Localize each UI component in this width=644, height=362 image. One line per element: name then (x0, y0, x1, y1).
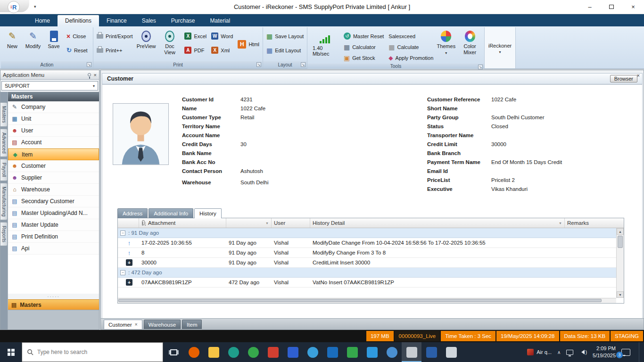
themes-button[interactable]: Themes ▾ (436, 28, 456, 63)
taskbar-clock[interactable]: 2:09 PM 5/19/2025 (593, 345, 616, 359)
document-tab[interactable]: Customer × (104, 320, 142, 329)
volume-tray-icon[interactable] (579, 349, 587, 355)
field-value[interactable]: 1022 Cafe (491, 97, 516, 102)
sidebar-item[interactable]: Master Update (8, 219, 99, 231)
ribbon-tab[interactable]: Sales (134, 15, 164, 26)
field-value[interactable]: Vikas Khanduri (491, 186, 528, 192)
sidebar-item[interactable]: Unit (8, 113, 99, 125)
field-value[interactable]: Retail (240, 115, 254, 120)
preview-button[interactable]: PreView (135, 28, 157, 60)
table-row[interactable]: − : 472 Day ago (118, 268, 616, 278)
scroll-up-icon[interactable]: ▲ (617, 228, 624, 235)
print-plus-button[interactable]: Print++ (95, 45, 134, 55)
field-value[interactable]: South Delhi (240, 180, 268, 185)
salesxceed-button[interactable]: Salesxceed (387, 31, 435, 41)
close-window-button[interactable]: × (622, 0, 644, 14)
display-tray-icon[interactable] (566, 350, 573, 355)
close-button[interactable]: Close (65, 31, 90, 41)
ribbon-tab[interactable]: Definitions (58, 15, 99, 26)
excel-button[interactable]: X Excel (182, 31, 208, 41)
apply-promotion-button[interactable]: Apply Promotion (387, 53, 435, 63)
detail-tab[interactable]: Address (117, 208, 148, 218)
sidebar-item[interactable]: Api (8, 243, 99, 255)
taskbar-search[interactable] (22, 342, 163, 362)
panel-close-icon[interactable]: × (94, 72, 97, 78)
sidebar-vertical-tab[interactable]: Payroll (0, 159, 8, 181)
table-row[interactable]: − 8 91 Day ago Vishal ModifyBy Change Fr… (118, 248, 616, 258)
master-reset-button[interactable]: Master Reset (342, 31, 386, 41)
quick-access-caret-icon[interactable]: ▾ (34, 4, 36, 9)
ireckoner-button[interactable]: iReckoner ▾ (487, 41, 513, 56)
sidebar-item[interactable]: Account (8, 137, 99, 148)
document-tab[interactable]: Warehouse × (144, 320, 181, 329)
table-row[interactable]: − 17-02-2025 10:36:55 91 Day ago Vishal … (118, 238, 616, 248)
taskbar-app-button[interactable] (362, 342, 382, 362)
vertical-scrollbar[interactable]: ▲ ▼ (616, 228, 624, 298)
reset-button[interactable]: Reset (65, 45, 90, 55)
new-button[interactable]: New (2, 28, 22, 60)
sidebar-item[interactable]: Warehouse (8, 184, 99, 196)
taskbar-app-button[interactable] (402, 342, 421, 362)
pdf-button[interactable]: A PDF (182, 45, 208, 55)
taskbar-app-button[interactable] (441, 342, 461, 362)
field-value[interactable]: End Of Month 15 Days Credit (491, 159, 562, 165)
tab-close-icon[interactable]: × (135, 322, 138, 327)
xml-button[interactable]: X Xml (209, 45, 235, 55)
column-header-user[interactable]: User (272, 218, 310, 228)
sidebar-item[interactable]: User (8, 125, 99, 137)
field-value[interactable]: Closed (491, 123, 508, 129)
taskbar-app-button[interactable] (342, 342, 362, 362)
taskbar-app-button[interactable] (421, 342, 441, 362)
field-value[interactable]: 30000 (491, 141, 506, 147)
taskbar-app-button[interactable] (184, 342, 204, 362)
ribbon-tab[interactable]: Home (27, 15, 58, 26)
calculator-button[interactable]: Calculator (342, 42, 386, 52)
ribbon-tab[interactable]: Purchase (164, 15, 203, 26)
masters-footer-button[interactable]: Masters (8, 299, 99, 310)
scroll-down-icon[interactable]: ▼ (617, 291, 624, 298)
save-button[interactable]: Save (44, 28, 64, 60)
ribbon-tab[interactable]: Material (202, 15, 238, 26)
column-header-history-detail[interactable]: History Detail▼ (310, 218, 565, 228)
action-center-icon[interactable]: 3 (621, 349, 630, 356)
app-logo-icon[interactable]: iR (8, 1, 20, 13)
dialog-launcher-icon[interactable]: ↘ (256, 62, 261, 67)
field-value[interactable]: 4231 (240, 97, 253, 102)
scrollbar-thumb[interactable] (118, 299, 602, 302)
taskbar-app-button[interactable] (204, 342, 223, 362)
profile-dropdown[interactable]: SUPPORT ▾ (1, 81, 98, 90)
dialog-launcher-icon[interactable]: ↘ (301, 62, 305, 67)
taskbar-app-button[interactable] (263, 342, 283, 362)
search-input[interactable] (37, 349, 158, 355)
table-row[interactable]: − : 91 Day ago (118, 228, 616, 238)
sidebar-item[interactable]: Secondary Customer (8, 196, 99, 207)
field-value[interactable]: Pricelist 2 (491, 177, 515, 183)
save-layout-button[interactable]: Save Layout (264, 31, 305, 41)
document-tab[interactable]: Item × (182, 320, 202, 329)
taskbar-app-button[interactable] (303, 342, 322, 362)
sidebar-splitter-handle[interactable]: ····· (8, 294, 99, 299)
column-header-age[interactable]: ▼ (226, 218, 272, 228)
sidebar-vertical-tab[interactable]: Advanced (0, 129, 8, 157)
tray-app[interactable]: Air q... (527, 349, 552, 355)
detail-tab[interactable]: History (194, 208, 222, 218)
show-desktop-button[interactable] (639, 342, 641, 362)
column-header-remarks[interactable]: Remarks (565, 218, 624, 228)
sidebar-item[interactable]: Supplier (8, 172, 99, 184)
field-value[interactable]: Ashutosh (240, 168, 263, 174)
taskbar-app-button[interactable] (223, 342, 243, 362)
filter-icon[interactable]: ▼ (265, 222, 269, 225)
field-value[interactable]: 30 (240, 141, 247, 147)
start-button[interactable] (0, 342, 22, 362)
table-row[interactable]: − 30000 91 Day ago Vishal CreditLimit In… (118, 258, 616, 268)
sidebar-item[interactable]: Print Definition (8, 231, 99, 243)
scrollbar-thumb[interactable] (618, 236, 623, 248)
tray-expand-caret-icon[interactable]: ∧ (557, 350, 561, 355)
column-header-icon[interactable] (118, 218, 139, 228)
calculate-button[interactable]: Calculate (387, 42, 435, 52)
maximize-button[interactable] (601, 0, 622, 14)
detail-tab[interactable]: Additional Info (149, 208, 193, 218)
taskbar-app-button[interactable] (322, 342, 342, 362)
sidebar-item[interactable]: Customer (8, 160, 99, 172)
doc-view-button[interactable]: Doc View (158, 28, 182, 60)
